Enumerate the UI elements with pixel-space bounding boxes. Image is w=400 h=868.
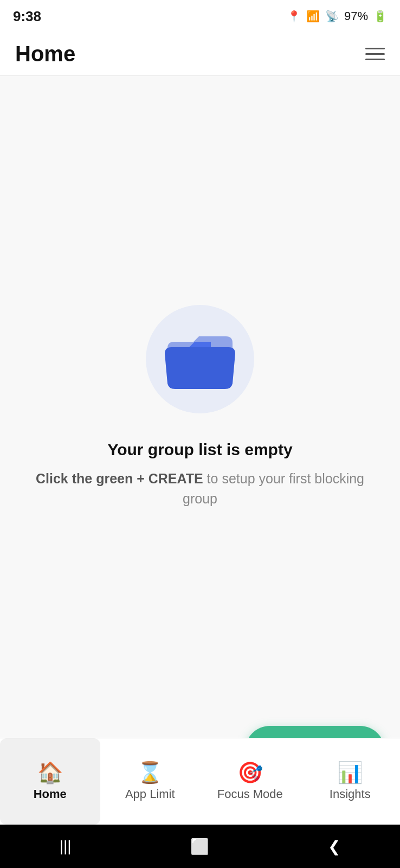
nav-item-home[interactable]: 🏠 Home [0,738,100,825]
android-home-button[interactable]: ⬜ [190,838,209,856]
android-recent-button[interactable]: ||| [60,838,72,855]
location-icon: 📍 [287,10,301,23]
header: Home [0,33,400,76]
folder-icon [162,327,238,392]
main-content: Your group list is empty Click the green… [0,76,400,738]
status-bar: 9:38 📍 📶 📡 97% 🔋 [0,0,400,33]
empty-state-subtitle-text: to setup your first blocking group [183,471,364,507]
empty-state-subtitle-bold: Click the green + CREATE [36,471,203,486]
empty-state-subtitle: Click the green + CREATE to setup your f… [0,469,400,509]
focus-mode-nav-icon: 🎯 [237,762,263,783]
insights-nav-label: Insights [330,787,371,801]
android-back-button[interactable]: ❮ [328,838,340,856]
status-time: 9:38 [13,8,41,25]
menu-button[interactable] [365,48,385,60]
status-icons: 📍 📶 📡 97% 🔋 [287,9,387,23]
home-nav-icon: 🏠 [37,762,63,783]
wifi-icon: 📶 [306,10,320,23]
app-limit-nav-label: App Limit [125,787,175,801]
nav-item-insights[interactable]: 📊 Insights [300,738,401,825]
focus-mode-nav-label: Focus Mode [217,787,283,801]
battery-icon: 🔋 [373,10,387,23]
folder-icon-container [146,305,254,413]
battery-text: 97% [344,9,368,23]
insights-nav-icon: 📊 [337,762,363,783]
signal-icon: 📡 [325,10,339,23]
menu-line-1 [365,48,385,49]
app-limit-nav-icon: ⌛ [137,762,163,783]
menu-line-2 [365,53,385,55]
menu-line-3 [365,59,385,60]
empty-state-title: Your group list is empty [107,441,292,459]
bottom-nav: 🏠 Home ⌛ App Limit 🎯 Focus Mode 📊 Insigh… [0,738,400,825]
nav-item-app-limit[interactable]: ⌛ App Limit [100,738,201,825]
home-nav-label: Home [34,787,67,801]
page-title: Home [15,42,75,66]
android-nav-bar: ||| ⬜ ❮ [0,825,400,868]
nav-item-focus-mode[interactable]: 🎯 Focus Mode [200,738,300,825]
